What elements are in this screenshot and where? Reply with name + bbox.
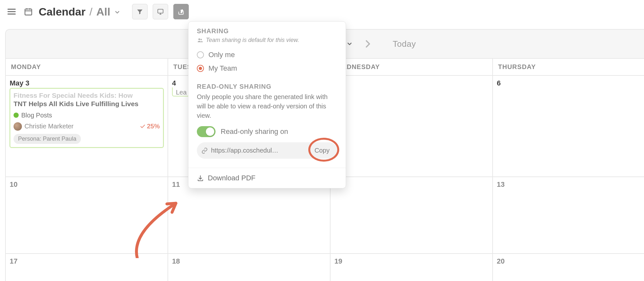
readonly-heading: READ-ONLY SHARING	[197, 83, 337, 90]
sharing-heading: SHARING	[197, 27, 337, 35]
calendar-cell[interactable]: 13	[493, 177, 644, 253]
share-link-box: https://app.coschedul… Copy	[197, 142, 337, 159]
day-header-monday: MONDAY	[6, 59, 168, 75]
calendar-cell[interactable]: 11	[168, 177, 331, 253]
download-icon	[197, 175, 204, 182]
cell-date: 18	[172, 257, 326, 266]
sharing-option-only-me[interactable]: Only me	[197, 48, 337, 62]
event-progress: 25%	[140, 123, 160, 130]
event-card[interactable]: Fitness For Special Needs Kids: How TNT …	[10, 88, 164, 148]
breadcrumb: Calendar / All	[39, 5, 120, 18]
share-url[interactable]: https://app.coschedul…	[211, 147, 308, 154]
svg-point-10	[198, 38, 200, 40]
chevron-down-icon	[346, 41, 353, 47]
cell-date: 5	[334, 79, 488, 87]
today-button[interactable]: Today	[393, 39, 416, 49]
cell-date: 13	[497, 180, 641, 189]
cell-date: 20	[497, 257, 641, 266]
calendar-cell[interactable]: 10	[6, 177, 168, 253]
share-popover: SHARING Team sharing is default for this…	[188, 21, 346, 188]
cell-date: 10	[10, 180, 164, 189]
radio-icon	[197, 65, 204, 72]
next-range-button[interactable]	[362, 38, 374, 50]
calendar-cell[interactable]: 19	[331, 254, 493, 281]
copy-button[interactable]: Copy	[311, 146, 333, 156]
readonly-description: Only people you share the generated link…	[197, 92, 337, 120]
calendar-cell[interactable]: 6	[493, 76, 644, 176]
team-icon	[197, 37, 203, 44]
calendar-icon	[23, 6, 34, 17]
day-header-wednesday: WEDNESDAY	[331, 59, 493, 75]
calendar-cell[interactable]: 17	[6, 254, 168, 281]
filter-button[interactable]	[132, 4, 148, 19]
calendar-cell[interactable]: 20	[493, 254, 644, 281]
svg-rect-7	[158, 9, 163, 13]
event-title: Fitness For Special Needs Kids: How TNT …	[14, 91, 160, 108]
day-header-thursday: THURSDAY	[493, 59, 644, 75]
cell-date: May 3	[10, 79, 164, 87]
hamburger-menu-icon[interactable]	[6, 6, 17, 17]
svg-rect-3	[25, 9, 32, 15]
cell-date: 6	[497, 79, 641, 87]
radio-icon	[197, 51, 204, 58]
calendar-cell[interactable]: 5	[331, 76, 493, 176]
event-tag: Persona: Parent Paula	[14, 134, 81, 144]
cell-date: 19	[334, 257, 488, 266]
sharing-option-my-team[interactable]: My Team	[197, 62, 337, 75]
event-category: Blog Posts	[14, 112, 160, 119]
avatar	[14, 122, 22, 131]
calendar-cell[interactable]: May 3 Fitness For Special Needs Kids: Ho…	[6, 76, 168, 176]
topbar: Calendar / All	[0, 0, 644, 23]
calendar-cell[interactable]: 12	[331, 177, 493, 253]
calendar-row: 17 18 19 20	[6, 254, 644, 281]
event-author: Christie Marketer	[14, 122, 73, 131]
sharing-note: Team sharing is default for this view.	[197, 37, 337, 44]
chevron-down-icon[interactable]	[114, 5, 120, 18]
breadcrumb-slash: /	[90, 5, 92, 18]
link-icon	[201, 147, 208, 154]
readonly-toggle-label: Read-only sharing on	[221, 127, 288, 136]
breadcrumb-scope[interactable]: All	[96, 5, 110, 18]
calendar-row: 10 11 12 13	[6, 177, 644, 254]
category-dot-icon	[14, 113, 19, 118]
cell-date: 17	[10, 257, 164, 266]
cell-date: 12	[334, 180, 488, 189]
readonly-toggle[interactable]	[197, 126, 216, 137]
breadcrumb-calendar[interactable]: Calendar	[39, 5, 86, 18]
svg-point-11	[200, 39, 202, 40]
calendar-cell[interactable]: 18	[168, 254, 331, 281]
download-pdf-button[interactable]: Download PDF	[188, 168, 346, 188]
display-button[interactable]	[153, 4, 168, 19]
share-button[interactable]	[173, 4, 189, 19]
